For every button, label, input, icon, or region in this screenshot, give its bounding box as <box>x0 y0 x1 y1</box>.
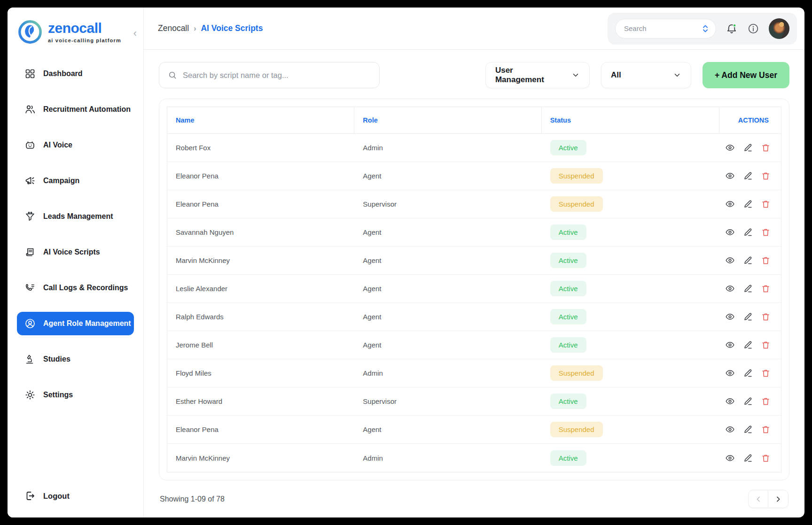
info-icon[interactable] <box>747 23 759 35</box>
table-row: Savannah Nguyen Agent Active <box>167 218 781 247</box>
view-button[interactable] <box>725 227 735 237</box>
eye-icon <box>725 453 735 463</box>
view-button[interactable] <box>725 340 735 350</box>
user-status-cell: Suspended <box>542 162 720 190</box>
edit-button[interactable] <box>743 368 753 378</box>
delete-button[interactable] <box>761 171 771 181</box>
view-button[interactable] <box>725 199 735 209</box>
user-role: Agent <box>354 247 541 274</box>
status-badge: Active <box>550 450 586 466</box>
trash-icon <box>761 312 771 322</box>
microscope-icon <box>24 354 36 365</box>
previous-page-button[interactable] <box>749 490 768 508</box>
view-button[interactable] <box>725 143 735 153</box>
delete-button[interactable] <box>761 199 771 209</box>
user-status-cell: Active <box>542 247 720 274</box>
user-role: Agent <box>354 416 541 443</box>
view-button[interactable] <box>725 425 735 434</box>
eye-icon <box>725 312 735 322</box>
sidebar-item-label: Call Logs & Recordings <box>43 284 128 292</box>
user-name: Savannah Nguyen <box>167 218 354 246</box>
sidebar-item-call-logs[interactable]: Call Logs & Recordings <box>17 276 134 300</box>
gear-icon <box>24 389 36 401</box>
delete-button[interactable] <box>761 227 771 237</box>
global-search[interactable] <box>615 19 716 39</box>
brand: zenocall ai voice-calling platform <box>17 20 134 44</box>
sidebar-item-agent-role-management[interactable]: Agent Role Management <box>17 312 134 335</box>
delete-button[interactable] <box>761 368 771 378</box>
logout-icon <box>24 490 36 502</box>
trash-icon <box>761 340 771 350</box>
dashboard-grid-icon <box>24 68 36 79</box>
user-management-dropdown[interactable]: User Management <box>485 62 590 88</box>
sidebar-item-settings[interactable]: Settings <box>17 383 134 407</box>
edit-button[interactable] <box>743 143 753 153</box>
sidebar-item-ai-voice-scripts[interactable]: AI Voice Scripts <box>17 240 134 264</box>
view-button[interactable] <box>725 255 735 265</box>
user-name: Jerome Bell <box>167 331 354 359</box>
sidebar-item-leads-management[interactable]: Leads Management <box>17 205 134 228</box>
pagination-summary: Showing 1-09 of 78 <box>160 495 225 503</box>
status-badge: Suspended <box>550 196 603 212</box>
delete-button[interactable] <box>761 312 771 322</box>
delete-button[interactable] <box>761 396 771 406</box>
edit-button[interactable] <box>743 340 753 350</box>
header-name[interactable]: Name <box>167 107 354 133</box>
eye-icon <box>725 396 735 406</box>
status-badge: Active <box>550 309 586 324</box>
notifications-bell-icon[interactable] <box>726 23 738 35</box>
user-name: Ralph Edwards <box>167 303 354 331</box>
view-button[interactable] <box>725 368 735 378</box>
pencil-icon <box>743 255 753 265</box>
sidebar-item-label: AI Voice Scripts <box>43 248 100 256</box>
sidebar-item-studies[interactable]: Studies <box>17 347 134 371</box>
delete-button[interactable] <box>761 453 771 463</box>
add-new-user-button[interactable]: + Add New User <box>703 62 789 88</box>
edit-button[interactable] <box>743 284 753 293</box>
header-role[interactable]: Role <box>354 107 541 133</box>
header-status[interactable]: Status <box>542 107 720 133</box>
edit-button[interactable] <box>743 227 753 237</box>
delete-button[interactable] <box>761 255 771 265</box>
pencil-icon <box>743 396 753 406</box>
edit-button[interactable] <box>743 396 753 406</box>
logout-button[interactable]: Logout <box>17 486 134 506</box>
edit-button[interactable] <box>743 453 753 463</box>
delete-button[interactable] <box>761 340 771 350</box>
user-name: Eleanor Pena <box>167 416 354 443</box>
view-button[interactable] <box>725 396 735 406</box>
edit-button[interactable] <box>743 199 753 209</box>
global-search-input[interactable] <box>624 24 685 32</box>
megaphone-icon <box>24 175 36 186</box>
edit-button[interactable] <box>743 425 753 434</box>
sidebar-item-dashboard[interactable]: Dashboard <box>17 62 134 85</box>
view-button[interactable] <box>725 171 735 181</box>
trash-icon <box>761 199 771 209</box>
view-button[interactable] <box>725 453 735 463</box>
pencil-icon <box>743 368 753 378</box>
breadcrumb-root[interactable]: Zenocall <box>158 23 189 33</box>
chevron-updown-icon[interactable] <box>702 24 709 33</box>
sidebar-item-recruitment-automation[interactable]: Recruitment Automation <box>17 98 134 121</box>
next-page-button[interactable] <box>768 490 788 508</box>
user-role: Agent <box>354 218 541 246</box>
sidebar-item-campaign[interactable]: Campaign <box>17 169 134 193</box>
sidebar-bottom: Logout <box>17 486 134 506</box>
trash-icon <box>761 425 771 434</box>
table-row: Marvin McKinney Admin Active <box>167 444 781 472</box>
edit-button[interactable] <box>743 312 753 322</box>
sidebar-item-label: Agent Role Management <box>43 319 131 328</box>
table-search[interactable] <box>159 62 380 88</box>
sidebar-collapse-icon[interactable]: ‹ <box>133 28 137 39</box>
delete-button[interactable] <box>761 425 771 434</box>
user-avatar[interactable] <box>769 18 789 39</box>
delete-button[interactable] <box>761 284 771 293</box>
edit-button[interactable] <box>743 255 753 265</box>
view-button[interactable] <box>725 312 735 322</box>
sidebar-item-ai-voice[interactable]: AI Voice <box>17 133 134 157</box>
view-button[interactable] <box>725 284 735 293</box>
delete-button[interactable] <box>761 143 771 153</box>
table-search-input[interactable] <box>183 71 371 80</box>
edit-button[interactable] <box>743 171 753 181</box>
status-filter-dropdown[interactable]: All <box>601 62 691 88</box>
